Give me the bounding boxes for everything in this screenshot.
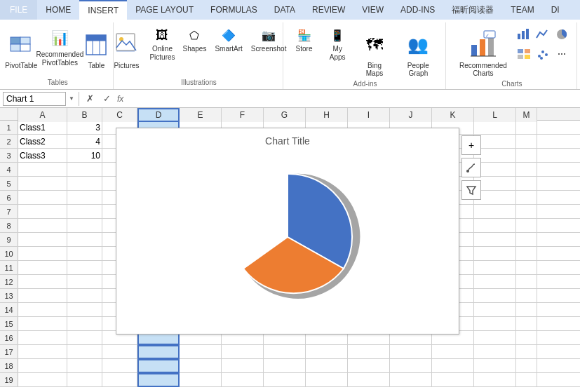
cell-l[interactable] xyxy=(474,219,516,233)
tab-file[interactable]: FILE xyxy=(0,0,37,20)
col-header-g[interactable]: G xyxy=(264,108,306,122)
chart-filter-btn[interactable] xyxy=(461,180,481,200)
cell-h[interactable] xyxy=(306,373,348,387)
cell-e[interactable] xyxy=(180,345,222,359)
cell-c[interactable] xyxy=(102,345,137,359)
tab-review[interactable]: REVIEW xyxy=(304,0,353,20)
cell-l[interactable] xyxy=(474,331,516,345)
cell-a[interactable] xyxy=(18,191,67,205)
cell-m[interactable] xyxy=(516,303,537,317)
cell-b[interactable] xyxy=(67,261,102,275)
cell-a[interactable]: Class1 xyxy=(18,121,67,135)
cell-m[interactable] xyxy=(516,373,537,387)
cell-m[interactable] xyxy=(516,289,537,303)
col-header-f[interactable]: F xyxy=(222,108,264,122)
cancel-formula-btn[interactable]: ✗ xyxy=(83,92,97,106)
cell-g[interactable] xyxy=(264,373,306,387)
cell-f[interactable] xyxy=(222,359,264,373)
cell-l[interactable] xyxy=(474,317,516,331)
cell-a[interactable] xyxy=(18,373,67,387)
cell-c[interactable] xyxy=(102,373,137,387)
cell-b[interactable] xyxy=(67,205,102,219)
col-header-k[interactable]: K xyxy=(432,108,474,122)
online-pictures-button[interactable]: 🖼 Online Pictures xyxy=(147,25,177,63)
cell-l[interactable] xyxy=(474,261,516,275)
col-header-d[interactable]: D xyxy=(137,108,180,122)
cell-m[interactable] xyxy=(516,135,537,149)
cell-a[interactable] xyxy=(18,275,67,289)
cell-b[interactable] xyxy=(67,289,102,303)
row-header[interactable]: 13 xyxy=(0,289,18,302)
cell-m[interactable] xyxy=(516,233,537,247)
shapes-button[interactable]: ⬠ Shapes xyxy=(180,25,209,55)
chart-container[interactable]: Chart Title + xyxy=(116,128,459,334)
row-header[interactable]: 10 xyxy=(0,247,18,260)
cell-e[interactable] xyxy=(180,359,222,373)
cell-a[interactable] xyxy=(18,205,67,219)
tab-formulas[interactable]: FORMULAS xyxy=(202,0,266,20)
col-header-m[interactable]: M xyxy=(516,108,537,122)
row-header[interactable]: 2 xyxy=(0,135,18,148)
tab-page-layout[interactable]: PAGE LAYOUT xyxy=(127,0,202,20)
col-header-l[interactable]: L xyxy=(474,108,516,122)
cell-j[interactable] xyxy=(390,345,432,359)
cell-a[interactable] xyxy=(18,177,67,191)
cell-i[interactable] xyxy=(348,359,390,373)
cell-l[interactable] xyxy=(474,359,516,373)
tab-team[interactable]: TEAM xyxy=(502,0,542,20)
cell-l[interactable] xyxy=(474,205,516,219)
cell-b[interactable] xyxy=(67,233,102,247)
row-header[interactable]: 3 xyxy=(0,149,18,162)
cell-m[interactable] xyxy=(516,331,537,345)
recommended-pivot-button[interactable]: 📊 Recommended PivotTables xyxy=(44,25,75,69)
confirm-formula-btn[interactable]: ✓ xyxy=(100,92,114,106)
cell-k[interactable] xyxy=(432,345,474,359)
cell-b[interactable] xyxy=(67,219,102,233)
cell-m[interactable] xyxy=(516,163,537,177)
row-header[interactable]: 15 xyxy=(0,317,18,330)
row-header[interactable]: 1 xyxy=(0,121,18,134)
col-header-b[interactable]: B xyxy=(67,108,102,122)
cell-b[interactable]: 3 xyxy=(67,121,102,135)
row-header[interactable]: 5 xyxy=(0,177,18,190)
line-chart-button[interactable] xyxy=(534,25,552,43)
cell-m[interactable] xyxy=(516,219,537,233)
row-header[interactable]: 7 xyxy=(0,205,18,218)
row-header[interactable]: 6 xyxy=(0,191,18,204)
bing-maps-button[interactable]: 🗺 Bing Maps xyxy=(356,25,393,80)
col-header-j[interactable]: J xyxy=(390,108,432,122)
cell-m[interactable] xyxy=(516,275,537,289)
cell-a[interactable] xyxy=(18,247,67,261)
cell-b[interactable] xyxy=(67,317,102,331)
col-header-h[interactable]: H xyxy=(306,108,348,122)
smartart-button[interactable]: 🔷 SmartArt xyxy=(212,25,245,55)
cell-b[interactable]: 4 xyxy=(67,135,102,149)
chart-add-element-btn[interactable]: + xyxy=(461,135,481,155)
people-graph-button[interactable]: 👥 People Graph xyxy=(396,25,440,80)
cell-b[interactable] xyxy=(67,191,102,205)
cell-b[interactable] xyxy=(67,373,102,387)
cell-m[interactable] xyxy=(516,149,537,163)
cell-k[interactable] xyxy=(432,359,474,373)
tab-view[interactable]: VIEW xyxy=(353,0,392,20)
row-header[interactable]: 8 xyxy=(0,219,18,232)
cell-b[interactable]: 10 xyxy=(67,149,102,163)
recommended-charts-button[interactable]: ✓ Recommended Charts xyxy=(453,25,513,80)
cell-b[interactable] xyxy=(67,177,102,191)
cell-l[interactable] xyxy=(474,373,516,387)
cell-i[interactable] xyxy=(348,373,390,387)
cell-b[interactable] xyxy=(67,303,102,317)
tab-insert[interactable]: INSERT xyxy=(79,0,127,20)
cell-m[interactable] xyxy=(516,191,537,205)
row-header[interactable]: 11 xyxy=(0,261,18,274)
cell-f[interactable] xyxy=(222,373,264,387)
my-apps-button[interactable]: 📱 My Apps xyxy=(322,25,353,63)
tab-add-ins[interactable]: ADD-INS xyxy=(392,0,443,20)
col-header-e[interactable]: E xyxy=(180,108,222,122)
cell-a[interactable] xyxy=(18,331,67,345)
cell-a[interactable] xyxy=(18,261,67,275)
cell-a[interactable] xyxy=(18,317,67,331)
row-header[interactable]: 19 xyxy=(0,373,18,386)
cell-j[interactable] xyxy=(390,359,432,373)
tab-data[interactable]: DATA xyxy=(266,0,304,20)
